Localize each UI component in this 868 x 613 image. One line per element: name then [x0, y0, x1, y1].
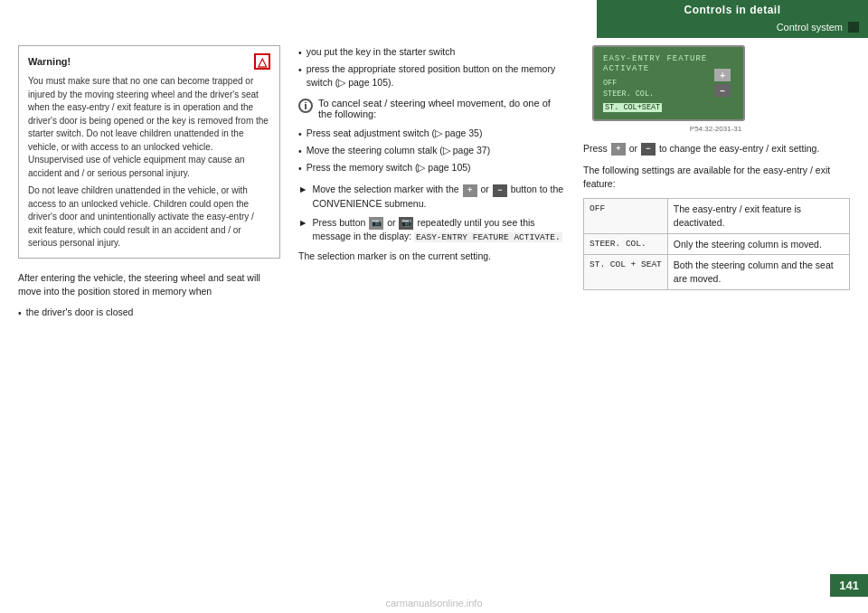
move-selection-text: Move the selection marker with the + or … [312, 183, 565, 210]
section-title: Control system [777, 22, 843, 33]
bullet-dot-1: • [298, 46, 302, 60]
warning-para-1: You must make sure that no one can becom… [28, 75, 270, 180]
lcd-option-steer: STEER. COL. [603, 90, 707, 99]
camera-btn-2-icon: 📷 [399, 217, 413, 230]
page-number: 141 [830, 574, 868, 597]
intro-bullets: • you put the key in the starter switch … [298, 45, 565, 90]
left-bullet-item-1: • the driver's door is closed [18, 306, 280, 320]
intro-text-2: press the appropriate stored position bu… [307, 62, 565, 90]
table-row-steer: STEER. COL. Only the steering column is … [584, 233, 850, 255]
cancel-text-1: Press seat adjustment switch (▷ page 35) [307, 127, 483, 141]
arrow-sym-2: ► [298, 216, 307, 230]
cancel-text-3: Press the memory switch (▷ page 105) [307, 161, 471, 175]
table-key-seat: ST. COL + SEAT [584, 255, 668, 289]
left-bullet-list: • the driver's door is closed [18, 306, 280, 320]
intro-text-1: you put the key in the starter switch [307, 45, 456, 60]
after-entering-text: After entering the vehicle, the steering… [18, 271, 280, 298]
intro-bullet-1: • you put the key in the starter switch [298, 45, 565, 60]
press-button-text: Press button 📷 or 📷 repeatedly until you… [312, 216, 565, 244]
section-header: Control system [597, 20, 868, 38]
cancel-bullets: • Press seat adjustment switch (▷ page 3… [298, 127, 565, 176]
cancel-intro-text: To cancel seat / steering wheel movement… [318, 98, 565, 119]
arrow-sym-1: ► [298, 183, 307, 196]
lcd-plus-button[interactable]: + [714, 69, 731, 81]
bullet-dot-2: • [298, 63, 302, 90]
after-entering-section: After entering the vehicle, the steering… [18, 271, 280, 321]
settings-table: OFF The easy-entry / exit feature is dea… [583, 198, 850, 289]
warning-icon: △ [254, 53, 270, 70]
info-icon: i [298, 99, 313, 113]
lcd-side-buttons: + − [714, 69, 731, 97]
press-instruction: Press + or − to change the easy-entry / … [583, 142, 850, 156]
camera-btn-1-icon: 📷 [369, 217, 383, 230]
table-row-off: OFF The easy-entry / exit feature is dea… [584, 199, 850, 233]
selection-marker-text: The selection marker is on the current s… [298, 250, 565, 263]
chapter-title: Controls in detail [597, 0, 868, 20]
lcd-wrapper: EASY-ENTRY FEATURE ACTIVATE OFF STEER. C… [583, 45, 850, 133]
intro-bullet-2: • press the appropriate stored position … [298, 62, 565, 90]
table-desc-steer: Only the steering column is moved. [667, 233, 849, 255]
cancel-dot-3: • [298, 162, 302, 175]
plus-button-icon: + [463, 184, 477, 197]
display-message-text: EASY-ENTRY FEATURE ACTIVATE. [414, 232, 562, 242]
lcd-option-off: OFF [603, 79, 707, 88]
rh-minus-icon: − [641, 143, 656, 156]
watermark: carmanualsonline.info [385, 598, 482, 608]
cancel-bullet-2: • Move the steering column stalk (▷ page… [298, 144, 565, 158]
cancel-dot-1: • [298, 127, 302, 141]
bullet-text-1: the driver's door is closed [26, 306, 134, 320]
section-indicator [848, 22, 859, 33]
lcd-minus-button[interactable]: − [714, 84, 731, 97]
cancel-dot-2: • [298, 145, 302, 158]
bullet-dot: • [18, 306, 22, 320]
move-selection-item: ► Move the selection marker with the + o… [298, 183, 565, 210]
warning-box: Warning! △ You must make sure that no on… [18, 45, 280, 259]
main-content: Warning! △ You must make sure that no on… [18, 45, 850, 577]
settings-available-text: The following settings are available for… [583, 164, 850, 191]
lcd-line1: EASY-ENTRY FEATURE [603, 54, 707, 63]
minus-button-icon: − [493, 184, 507, 197]
table-desc-seat: Both the steering column and the seat ar… [667, 255, 849, 289]
table-key-off: OFF [584, 199, 668, 233]
lcd-image-label: P54:32-2031-31 [583, 125, 741, 133]
mid-column: • you put the key in the starter switch … [298, 45, 565, 577]
press-button-item: ► Press button 📷 or 📷 repeatedly until y… [298, 216, 565, 244]
warning-header: Warning! △ [28, 53, 270, 70]
table-key-steer: STEER. COL. [584, 233, 668, 255]
table-row-seat: ST. COL + SEAT Both the steering column … [584, 255, 850, 289]
warning-title: Warning! [28, 56, 71, 67]
left-column: Warning! △ You must make sure that no on… [18, 45, 280, 577]
page-header: Controls in detail Control system [597, 0, 868, 38]
right-column: EASY-ENTRY FEATURE ACTIVATE OFF STEER. C… [583, 45, 850, 577]
lcd-line2: ACTIVATE [603, 64, 707, 73]
warning-para-2: Do not leave children unattended in the … [28, 184, 270, 250]
cancel-text-2: Move the steering column stalk (▷ page 3… [307, 144, 491, 158]
lcd-option-seat: ST. COL+SEAT [603, 103, 662, 112]
warning-text: You must make sure that no one can becom… [28, 75, 270, 250]
rh-plus-icon: + [611, 143, 626, 156]
lcd-screen: EASY-ENTRY FEATURE ACTIVATE OFF STEER. C… [603, 54, 707, 112]
cancel-bullet-3: • Press the memory switch (▷ page 105) [298, 161, 565, 175]
table-desc-off: The easy-entry / exit feature is deactiv… [667, 199, 849, 233]
cancel-bullet-1: • Press seat adjustment switch (▷ page 3… [298, 127, 565, 141]
info-box: i To cancel seat / steering wheel moveme… [298, 98, 565, 119]
